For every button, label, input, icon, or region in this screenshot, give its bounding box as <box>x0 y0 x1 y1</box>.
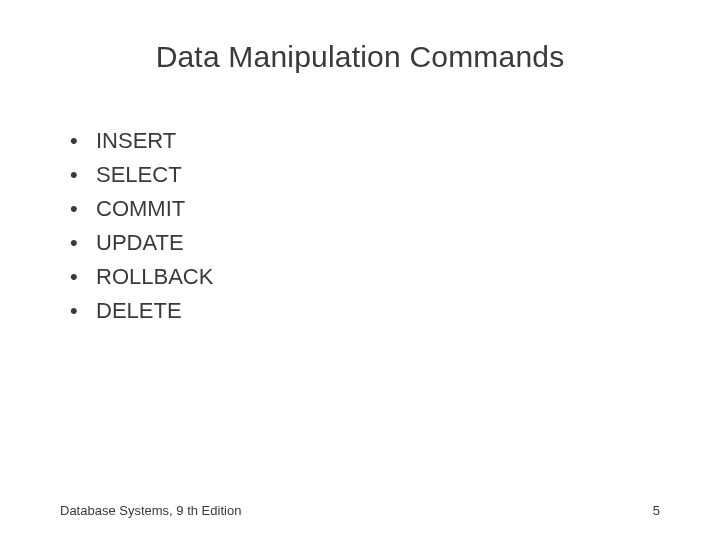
footer: Database Systems, 9 th Edition 5 <box>60 503 660 518</box>
bullet-icon: • <box>70 158 96 192</box>
bullet-icon: • <box>70 260 96 294</box>
bullet-icon: • <box>70 192 96 226</box>
list-item-label: SELECT <box>96 158 182 192</box>
slide-title: Data Manipulation Commands <box>60 40 660 74</box>
list-item: • INSERT <box>70 124 660 158</box>
list-item-label: DELETE <box>96 294 182 328</box>
slide: Data Manipulation Commands • INSERT • SE… <box>0 0 720 540</box>
list-item: • COMMIT <box>70 192 660 226</box>
list-item: • DELETE <box>70 294 660 328</box>
footer-left: Database Systems, 9 th Edition <box>60 503 241 518</box>
list-item-label: COMMIT <box>96 192 185 226</box>
bullet-list: • INSERT • SELECT • COMMIT • UPDATE • RO… <box>70 124 660 329</box>
list-item-label: INSERT <box>96 124 176 158</box>
bullet-icon: • <box>70 226 96 260</box>
list-item: • SELECT <box>70 158 660 192</box>
list-item-label: UPDATE <box>96 226 184 260</box>
bullet-icon: • <box>70 124 96 158</box>
page-number: 5 <box>653 503 660 518</box>
bullet-icon: • <box>70 294 96 328</box>
list-item: • UPDATE <box>70 226 660 260</box>
list-item: • ROLLBACK <box>70 260 660 294</box>
list-item-label: ROLLBACK <box>96 260 213 294</box>
